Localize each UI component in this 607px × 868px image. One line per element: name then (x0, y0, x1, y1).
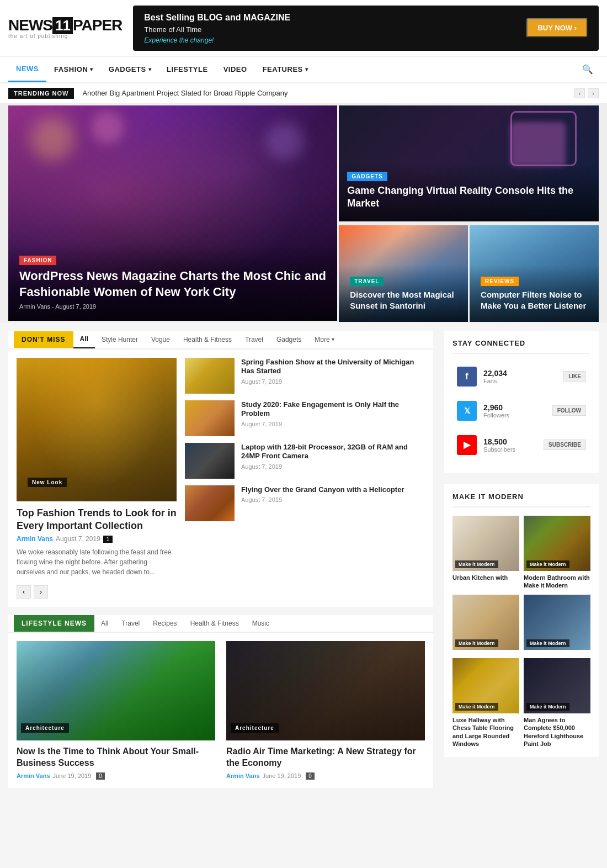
dont-miss-featured: New Look Top Fashion Trends to Look for … (17, 358, 177, 599)
stay-connected-title: STAY CONNECTED (452, 339, 590, 354)
mm-item-1[interactable]: Make it Modern Urban Kitchen with (452, 516, 519, 591)
list-item-thumb-2 (185, 400, 235, 436)
lifestyle-image-1[interactable]: Architecture (17, 641, 215, 740)
logo[interactable]: NEWS 11 PAPER the art of publishing (8, 17, 122, 39)
list-item[interactable]: Flying Over the Grand Canyon with a Heli… (185, 485, 425, 521)
more-button[interactable]: More ▾ (308, 331, 340, 348)
dont-miss-comment-badge[interactable]: 1 (103, 536, 113, 543)
nav-item-news[interactable]: NEWS (8, 57, 46, 82)
hero-reviews-item[interactable]: REVIEWS Computer Filters Noise to Make Y… (470, 225, 599, 322)
lifestyle-tab-all[interactable]: All (94, 615, 115, 632)
hero-reviews-overlay: REVIEWS Computer Filters Noise to Make Y… (470, 265, 599, 322)
lifestyle-item-1-date: June 19, 2019 (53, 772, 92, 779)
list-item-title-3[interactable]: Laptop with 128-bit Processor, 32GB of R… (241, 443, 425, 462)
logo-news: NEWS (8, 17, 52, 34)
tab-all[interactable]: All (73, 331, 95, 348)
sidebar: STAY CONNECTED f 22,034 Fans LIKE 𝕏 2,96… (444, 331, 599, 796)
lifestyle-item-2-title[interactable]: Radio Air Time Marketing: A New Strategy… (226, 746, 425, 769)
dont-miss-featured-badge: New Look (28, 478, 67, 487)
mm-item-2[interactable]: Make it Modern Modern Bathroom with Make… (524, 516, 590, 591)
trending-next-button[interactable]: › (588, 88, 599, 98)
dont-miss-nav: ‹ › (17, 585, 177, 599)
list-item-info-3: Laptop with 128-bit Processor, 32GB of R… (241, 443, 425, 470)
dont-miss-header: DON'T MISS All Style Hunter Vogue Health… (8, 331, 433, 350)
dont-miss-featured-image[interactable]: New Look (17, 358, 177, 501)
youtube-icon: ▶ (457, 435, 477, 455)
nav-item-lifestyle[interactable]: LIFESTYLE (159, 57, 216, 81)
list-item-thumb-3 (185, 443, 235, 479)
facebook-like-button[interactable]: LIKE (563, 371, 586, 382)
lifestyle-tab-health[interactable]: Health & Fitness (184, 615, 246, 632)
trending-prev-button[interactable]: ‹ (574, 88, 585, 98)
logo-text: NEWS 11 PAPER (8, 17, 122, 34)
logo-paper: PAPER (73, 17, 122, 34)
nav-item-video[interactable]: VIDEO (216, 57, 255, 81)
dont-miss-prev-button[interactable]: ‹ (17, 585, 31, 599)
lifestyle-item-2-author[interactable]: Armin Vans (226, 772, 260, 779)
lifestyle-tabs: All Travel Recipes Health & Fitness Musi… (94, 615, 276, 632)
lifestyle-item-2-comments[interactable]: 0 (306, 772, 315, 780)
dont-miss-featured-overlay: New Look (17, 466, 177, 501)
list-item-title-1[interactable]: Spring Fashion Show at the University of… (241, 358, 425, 377)
trending-text[interactable]: Another Big Apartment Project Slated for… (82, 89, 566, 97)
lifestyle-tab-travel[interactable]: Travel (115, 615, 146, 632)
hero-left-author: Armin Vans (19, 303, 50, 310)
lifestyle-tab-music[interactable]: Music (246, 615, 276, 632)
hero-top-right-badge: GADGETS (347, 172, 387, 181)
list-item-title-4[interactable]: Flying Over the Grand Canyon with a Heli… (241, 485, 425, 495)
lifestyle-item-1-comments[interactable]: 0 (96, 772, 105, 780)
lifestyle-item-1-title[interactable]: Now Is the Time to Think About Your Smal… (17, 746, 215, 769)
mm-item-4[interactable]: Make it Modern (524, 595, 590, 654)
hero-featured-left[interactable]: FASHION WordPress News Magazine Charts t… (8, 105, 337, 321)
twitter-count: 2,960 (483, 403, 509, 412)
header: NEWS 11 PAPER the art of publishing Best… (0, 0, 607, 57)
lifestyle-tab-recipes[interactable]: Recipes (146, 615, 183, 632)
hero-travel-item[interactable]: TRAVEL Discover the Most Magical Sunset … (339, 225, 468, 322)
search-button[interactable]: 🔍 (577, 59, 599, 80)
lifestyle-header: LIFESTYLE NEWS All Travel Recipes Health… (8, 615, 433, 633)
lifestyle-item-1-author[interactable]: Armin Vans (17, 772, 50, 779)
hero-top-right-overlay: GADGETS Game Changing Virtual Reality Co… (339, 163, 599, 221)
lifestyle-image-2[interactable]: Architecture (226, 641, 425, 740)
lifestyle-item-2-meta: Armin Vans June 19, 2019 0 (226, 772, 425, 780)
tab-health-fitness[interactable]: Health & Fitness (177, 331, 238, 348)
twitter-follow-button[interactable]: FOLLOW (552, 405, 586, 416)
logo-subtitle: the art of publishing (8, 33, 68, 39)
list-item-date-3: August 7, 2019 (241, 463, 425, 470)
nav-item-gadgets[interactable]: GADGETS ▾ (101, 57, 159, 81)
list-item-title-2[interactable]: Study 2020: Fake Engagement is Only Half… (241, 400, 425, 419)
hero-top-right[interactable]: GADGETS Game Changing Virtual Reality Co… (339, 105, 599, 224)
tab-travel[interactable]: Travel (238, 331, 270, 348)
nav-item-fashion[interactable]: FASHION ▾ (46, 57, 101, 81)
list-item-thumb-4 (185, 485, 235, 521)
main-area: DON'T MISS All Style Hunter Vogue Health… (0, 322, 607, 805)
list-item[interactable]: Study 2020: Fake Engagement is Only Half… (185, 400, 425, 436)
list-item[interactable]: Spring Fashion Show at the University of… (185, 358, 425, 394)
hero-travel-overlay: TRAVEL Discover the Most Magical Sunset … (339, 265, 468, 322)
tab-gadgets[interactable]: Gadgets (270, 331, 308, 348)
youtube-subscribe-button[interactable]: SUBSCRIBE (544, 440, 586, 450)
mm-item-5[interactable]: Make it Modern Luxe Hallway with Chess T… (452, 658, 519, 749)
social-twitter: 𝕏 2,960 Followers FOLLOW (452, 396, 590, 425)
list-item-date-4: August 7, 2019 (241, 496, 425, 503)
youtube-label: Subscribers (483, 446, 515, 453)
hero-reviews-title: Computer Filters Noise to Make You a Bet… (481, 289, 588, 311)
mm-title-4 (524, 650, 590, 654)
dont-miss-date: August 7, 2019 (56, 535, 100, 543)
list-item[interactable]: Laptop with 128-bit Processor, 32GB of R… (185, 443, 425, 479)
twitter-icon: 𝕏 (457, 401, 477, 421)
mm-item-3[interactable]: Make it Modern (452, 595, 519, 654)
mm-item-6[interactable]: Make it Modern Man Agrees to Complete $5… (524, 658, 590, 749)
nav-item-features[interactable]: FEATURES ▾ (255, 57, 316, 81)
hero-top-right-title: Game Changing Virtual Reality Console Hi… (347, 184, 590, 210)
buy-now-button[interactable]: BUY NOW › (526, 18, 588, 38)
make-it-modern-grid: Make it Modern Urban Kitchen with Make i… (452, 516, 590, 749)
tab-style-hunter[interactable]: Style Hunter (95, 331, 145, 348)
tab-vogue[interactable]: Vogue (145, 331, 177, 348)
dont-miss-author-name[interactable]: Armin Vans (17, 535, 53, 543)
mm-image-4: Make it Modern (524, 595, 590, 650)
dont-miss-next-button[interactable]: › (34, 585, 48, 599)
logo-num: 11 (52, 17, 73, 34)
dont-miss-featured-title[interactable]: Top Fashion Trends to Look for in Every … (17, 507, 177, 533)
ad-line1: Best Selling BLOG and MAGAZINE (144, 11, 290, 24)
